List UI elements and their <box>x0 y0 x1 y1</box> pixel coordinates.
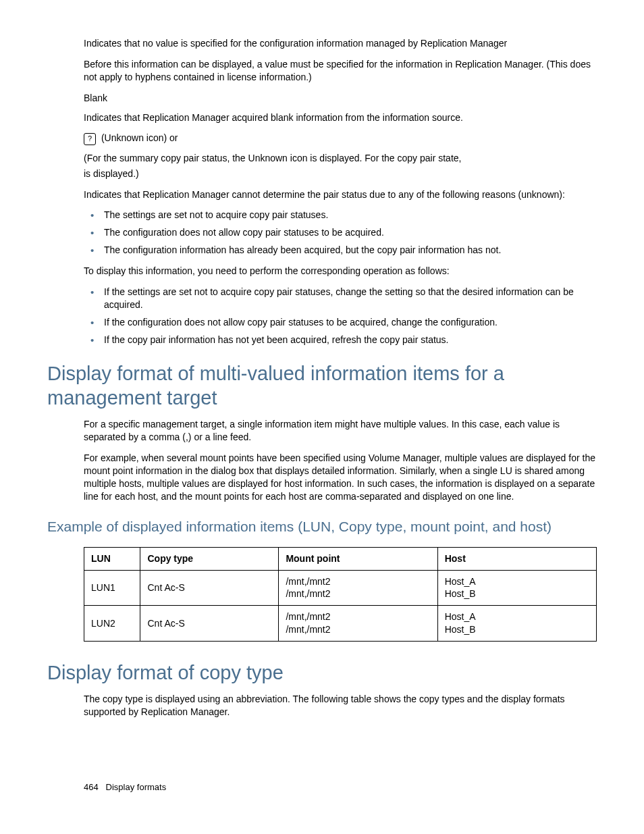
reasons-item: The settings are set not to acquire copy… <box>99 209 597 221</box>
td-mount-point: /mnt,/mnt2 /mnt,/mnt2 <box>279 570 437 606</box>
document-page: Indicates that no value is specified for… <box>0 0 644 834</box>
intro-p6: To display this information, you need to… <box>84 265 597 278</box>
th-lun: LUN <box>84 547 140 570</box>
td-copy-type: Cnt Ac-S <box>140 570 279 606</box>
host-line: Host_B <box>445 588 476 599</box>
section-subheading-example: Example of displayed information items (… <box>47 517 597 536</box>
td-mount-point: /mnt,/mnt2 /mnt,/mnt2 <box>279 606 437 642</box>
blank-label: Blank <box>84 92 597 105</box>
table-row: LUN2 Cnt Ac-S /mnt,/mnt2 /mnt,/mnt2 Host… <box>84 606 597 642</box>
td-copy-type: Cnt Ac-S <box>140 606 279 642</box>
th-host: Host <box>437 547 596 570</box>
th-mount-point: Mount point <box>279 547 437 570</box>
intro-p2: Before this information can be displayed… <box>84 58 597 84</box>
td-host: Host_A Host_B <box>437 606 596 642</box>
section-heading-copytype: Display format of copy type <box>47 660 597 685</box>
intro-p3: Indicates that Replication Manager acqui… <box>84 111 597 124</box>
reasons-item: The configuration does not allow copy pa… <box>99 226 597 239</box>
td-host: Host_A Host_B <box>437 570 596 606</box>
copytype-p1: The copy type is displayed using an abbr… <box>84 693 597 719</box>
unknown-label-line: ? (Unknown icon) or <box>84 132 597 145</box>
ops-list: If the settings are set not to acquire c… <box>84 286 597 346</box>
unknown-label-text: (Unknown icon) or <box>99 132 178 143</box>
th-copy-type: Copy type <box>140 547 279 570</box>
example-table: LUN Copy type Mount point Host LUN1 Cnt … <box>84 547 597 642</box>
intro-p4-line2: is displayed.) <box>84 167 597 180</box>
host-line: Host_B <box>445 624 476 635</box>
mount-line: /mnt,/mnt2 <box>286 624 330 635</box>
mount-line: /mnt,/mnt2 <box>286 611 330 622</box>
intro-p1: Indicates that no value is specified for… <box>84 37 597 50</box>
ops-item: If the copy pair information has not yet… <box>99 334 597 346</box>
intro-p4-line1: (For the summary copy pair status, the U… <box>84 152 597 165</box>
td-lun: LUN1 <box>84 570 140 606</box>
table-row: LUN1 Cnt Ac-S /mnt,/mnt2 /mnt,/mnt2 Host… <box>84 570 597 606</box>
mount-line: /mnt,/mnt2 <box>286 576 330 587</box>
unknown-icon: ? <box>84 133 96 145</box>
intro-p5: Indicates that Replication Manager canno… <box>84 188 597 201</box>
reasons-list: The settings are set not to acquire copy… <box>84 209 597 257</box>
multi-p2: For example, when several mount points h… <box>84 452 597 503</box>
page-number: 464 <box>84 782 99 792</box>
mount-line: /mnt,/mnt2 <box>286 588 330 599</box>
reasons-item: The configuration information has alread… <box>99 244 597 257</box>
multi-p1: For a specific management target, a sing… <box>84 418 597 444</box>
section-heading-multi: Display format of multi-valued informati… <box>47 361 597 411</box>
page-footer: 464 Display formats <box>84 781 166 793</box>
table-header-row: LUN Copy type Mount point Host <box>84 547 597 570</box>
ops-item: If the settings are set not to acquire c… <box>99 286 597 311</box>
ops-item: If the configuration does not allow copy… <box>99 316 597 329</box>
chapter-name: Display formats <box>106 782 167 792</box>
host-line: Host_A <box>445 611 476 622</box>
td-lun: LUN2 <box>84 606 140 642</box>
host-line: Host_A <box>445 576 476 587</box>
